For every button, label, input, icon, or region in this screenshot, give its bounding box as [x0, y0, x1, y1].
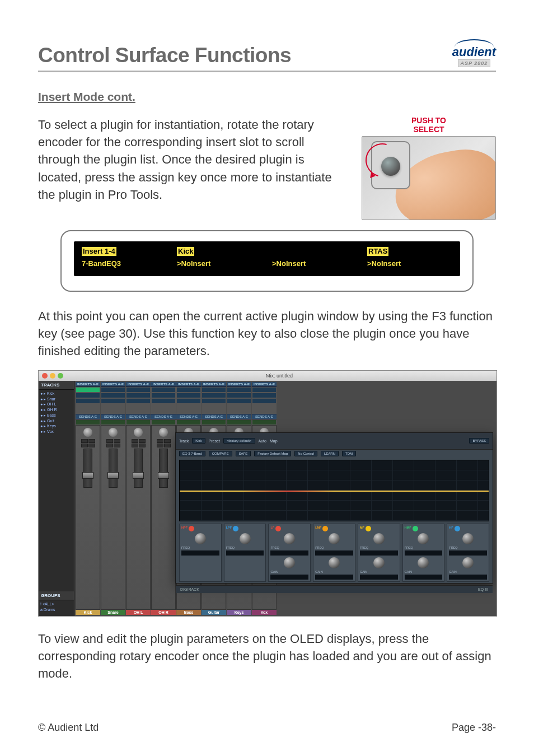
ss-eq-band: LPF FREQ — [224, 524, 266, 582]
ss-band-color-icon — [275, 526, 281, 531]
ss-band-freq-label: FREQ — [360, 546, 398, 549]
ss-ch-btn — [132, 444, 138, 447]
ss-ch-btn — [164, 444, 171, 447]
ss-ch-fader — [109, 449, 118, 488]
ss-plugin-preset: <factory default> — [223, 438, 255, 444]
ss-ch-name: Keys — [227, 610, 251, 615]
ss-band-gain-label: GAIN — [270, 570, 308, 573]
ss-ch-insert-slot — [152, 388, 175, 392]
ss-ch-btn — [139, 444, 146, 447]
ss-band-color-icon — [413, 526, 418, 531]
page-footer: © Audient Ltd Page -38- — [38, 722, 496, 734]
ss-plugin-learn: LEARN — [321, 451, 339, 456]
ss-titlebar: Mix: untitled — [39, 371, 496, 381]
ss-band-gain-label: GAIN — [360, 570, 398, 573]
ss-band-gain-knob — [373, 557, 385, 568]
ss-band-freq-knob — [462, 533, 474, 544]
ss-ch-sends-header: SENDS A-E — [202, 414, 226, 419]
photo-caption-line1: PUSH TO — [411, 116, 446, 125]
ss-ch-insert-slot — [177, 393, 200, 398]
ss-ch-sends-header: SENDS A-E — [227, 414, 251, 419]
ss-ch-btn — [88, 439, 95, 443]
ss-ch-insert-slot — [177, 388, 200, 392]
footer-right: Page -38- — [452, 722, 496, 734]
ss-ch-bus — [227, 420, 251, 424]
ss-plugin-factory: Factory Default Map — [254, 451, 291, 456]
ss-ch-buttons — [76, 444, 100, 447]
ss-ch-btn — [81, 439, 88, 443]
ss-ch-strip — [101, 425, 125, 610]
encoder-photo — [362, 136, 496, 220]
section-subtitle: Insert Mode cont. — [38, 90, 496, 104]
ss-band-gain-value — [449, 575, 487, 580]
ss-group-item: ! <ALL> — [40, 601, 72, 607]
ss-ch-insert-slot — [101, 393, 125, 398]
ss-eq-band: HF FREQ GAIN — [447, 524, 489, 582]
traffic-light-max-icon — [58, 373, 63, 379]
ss-ch-sends-header: SENDS A-E — [151, 414, 176, 419]
ss-ch-insert-slot — [76, 388, 100, 392]
ss-track-item: ● ▸ OH L — [40, 402, 72, 407]
ss-band-gain-knob — [284, 557, 295, 568]
ss-ch-name: Bass — [176, 610, 201, 615]
ss-channel: INSERTS A-E SENDS A-E OH L — [126, 382, 151, 615]
ss-band-freq-knob — [284, 533, 295, 544]
ss-ch-btn — [164, 439, 171, 443]
ss-ch-inserts-header: INSERTS A-E — [76, 382, 100, 387]
ss-ch-name: Kick — [76, 610, 100, 615]
ss-main: INSERTS A-E SENDS A-E Kick INSERTS A-E S… — [74, 381, 496, 616]
ss-ch-strip — [76, 425, 100, 610]
ss-ch-buttons — [101, 439, 125, 443]
ss-ch-insert-slot — [177, 399, 200, 403]
traffic-light-close-icon — [42, 373, 48, 379]
ss-band-gain-value — [315, 575, 353, 580]
ss-band-freq-knob — [418, 533, 429, 544]
ss-ch-fader — [159, 449, 168, 488]
ss-plugin-track-label: Track — [179, 439, 189, 443]
ss-ch-insert-slot — [152, 399, 175, 403]
ss-ch-inserts-header: INSERTS A-E — [151, 382, 176, 387]
ss-ch-btn — [106, 444, 113, 447]
ss-plugin-track: Kick — [192, 438, 205, 444]
ss-track-item: ● ▸ OH R — [40, 407, 72, 413]
oled-2-line1: Kick — [177, 247, 194, 256]
oled-3-line1 — [272, 247, 357, 256]
ss-ch-buttons — [127, 439, 150, 443]
ss-ch-strip — [151, 425, 176, 610]
ss-band-gain-knob — [462, 557, 474, 568]
ss-ch-insert-slot — [152, 393, 175, 398]
ss-plugin-graph — [179, 460, 489, 521]
ss-track-item: ● ▸ Bass — [40, 413, 72, 418]
ss-plugin-tdm: TDM — [342, 451, 356, 456]
ss-band-gain-value — [405, 575, 443, 580]
ss-band-name: LPF — [226, 526, 232, 531]
ss-track-item: ● ▸ Vox — [40, 429, 72, 435]
ss-ch-bus — [252, 420, 276, 424]
ss-ch-sends-header: SENDS A-E — [126, 414, 151, 419]
brand-name: audient — [452, 46, 496, 58]
oled-3-line2: >NoInsert — [272, 259, 357, 268]
ss-band-freq-value — [181, 550, 219, 556]
ss-ch-insert-slot — [101, 388, 125, 392]
ss-ch-sends-header: SENDS A-E — [252, 414, 277, 419]
intro-row: To select a plugin for instantiation, ro… — [38, 116, 496, 220]
ss-sidebar: TRACKS ● ▸ Kick● ▸ Snar● ▸ OH L● ▸ OH R●… — [39, 381, 74, 616]
ss-band-freq-label: FREQ — [270, 546, 308, 549]
ss-eq-band: HPF FREQ — [179, 524, 222, 582]
encoder-knob — [381, 157, 400, 176]
ss-ch-insert-slot — [76, 399, 100, 403]
oled-col-4: RTAS >NoInsert — [367, 247, 452, 268]
paragraph-1: To select a plugin for instantiation, ro… — [38, 116, 348, 220]
ss-body: TRACKS ● ▸ Kick● ▸ Snar● ▸ OH L● ▸ OH R●… — [39, 381, 496, 616]
ss-ch-pan-knob — [83, 428, 92, 437]
ss-band-freq-value — [226, 550, 264, 556]
ss-plugin-bands: HPF FREQ LPF FREQ LF FREQ GAIN LMF FREQ — [176, 524, 493, 585]
pro-tools-screenshot: Mix: untitled TRACKS ● ▸ Kick● ▸ Snar● ▸… — [38, 370, 497, 617]
ss-group-list: ! <ALL>a Drums — [39, 600, 74, 616]
oled-2-line2: >NoInsert — [177, 259, 262, 268]
paragraph-2: At this point you can open the current a… — [38, 307, 496, 360]
ss-ch-insert-slot — [202, 388, 226, 392]
ss-ch-insert-slot — [227, 399, 251, 403]
ss-band-gain-label: GAIN — [405, 570, 443, 573]
brand-model: ASP 2802 — [458, 59, 491, 67]
